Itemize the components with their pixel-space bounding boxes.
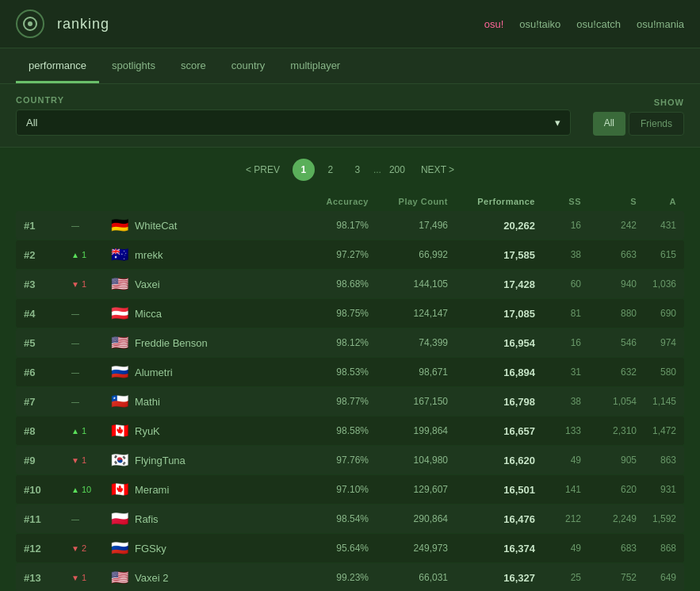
rank-change-down-icon [71, 455, 79, 465]
performance-value: 16,798 [454, 396, 541, 408]
show-friends-button[interactable]: Friends [629, 112, 684, 136]
s-value: 242 [581, 220, 637, 231]
ss-value: 81 [541, 308, 581, 319]
header: ranking osu! osu!taiko osu!catch osu!man… [0, 0, 700, 48]
tab-multiplayer[interactable]: multiplayer [277, 48, 353, 83]
play-count-value: 199,864 [375, 425, 454, 436]
a-value: 1,592 [637, 513, 676, 524]
accuracy-value: 98.77% [230, 396, 375, 407]
player-flag: 🇺🇸 [111, 570, 135, 585]
rank-change-value: 2 [82, 543, 86, 553]
country-filter-label: COUNTRY [16, 95, 571, 105]
play-count-value: 249,973 [375, 543, 454, 554]
table-row: #8 1 🇨🇦 RyuK 98.58% 199,864 16,657 133 2… [16, 416, 684, 445]
tab-country[interactable]: country [219, 48, 278, 83]
a-value: 431 [637, 220, 676, 231]
player-name[interactable]: Vaxei 2 [135, 572, 230, 584]
accuracy-value: 99.23% [230, 572, 375, 583]
rank-change: 1 [71, 426, 111, 436]
th-accuracy: Accuracy [230, 197, 375, 206]
mode-catch[interactable]: osu!catch [576, 18, 621, 30]
rank-change [71, 221, 111, 230]
pagination: < PREV 1 2 3 ... 200 NEXT > [0, 148, 700, 192]
ss-value: 16 [541, 220, 581, 231]
performance-value: 16,501 [454, 484, 541, 496]
page-200[interactable]: 200 [386, 159, 408, 181]
country-filter: COUNTRY All ▾ [16, 95, 571, 136]
rank-change-up-icon [71, 426, 79, 436]
ss-value: 212 [541, 513, 581, 524]
tab-performance[interactable]: performance [16, 48, 99, 83]
player-name[interactable]: FGSky [135, 543, 230, 555]
performance-value: 16,327 [454, 572, 541, 584]
prev-button[interactable]: < PREV [238, 160, 288, 179]
a-value: 690 [637, 308, 676, 319]
player-name[interactable]: Alumetri [135, 366, 230, 378]
th-ss: SS [541, 197, 581, 206]
rank-number: #5 [24, 337, 71, 349]
rank-change [71, 309, 111, 318]
rank-number: #4 [24, 308, 71, 320]
mode-mania[interactable]: osu!mania [637, 18, 684, 30]
th-change [71, 197, 111, 206]
player-name[interactable]: Merami [135, 484, 230, 496]
table-row: #6 🇷🇺 Alumetri 98.53% 98,671 16,894 31 6… [16, 358, 684, 386]
rank-change: 1 [71, 279, 111, 289]
table-body: #1 🇩🇪 WhiteCat 98.17% 17,496 20,262 16 2… [16, 211, 684, 591]
rank-change-value: 1 [82, 455, 86, 465]
player-name[interactable]: Freddie Benson [135, 337, 230, 349]
table-row: #4 🇦🇹 Micca 98.75% 124,147 17,085 81 880… [16, 299, 684, 328]
player-name[interactable]: Mathi [135, 396, 230, 408]
mode-taiko[interactable]: osu!taiko [519, 18, 560, 30]
rankings-table: Accuracy Play Count Performance SS S A #… [0, 192, 700, 591]
player-name[interactable]: Vaxei [135, 278, 230, 290]
performance-value: 17,428 [454, 278, 541, 290]
page-3[interactable]: 3 [346, 159, 369, 181]
player-name[interactable]: Micca [135, 308, 230, 320]
a-value: 580 [637, 366, 676, 378]
player-name[interactable]: FlyingTuna [135, 455, 230, 466]
tab-score[interactable]: score [168, 48, 219, 83]
s-value: 2,249 [581, 513, 637, 524]
a-value: 1,145 [637, 396, 676, 407]
show-filter: SHOW All Friends [593, 98, 684, 136]
player-flag: 🇷🇺 [111, 541, 135, 555]
performance-value: 20,262 [454, 220, 541, 232]
tab-spotlights[interactable]: spotlights [99, 48, 168, 83]
performance-value: 16,894 [454, 366, 541, 378]
rank-number: #10 [24, 484, 71, 496]
rank-change-neutral-icon [71, 338, 79, 347]
player-name[interactable]: WhiteCat [135, 220, 230, 232]
mode-osu[interactable]: osu! [484, 18, 504, 30]
accuracy-value: 98.12% [230, 337, 375, 348]
player-flag: 🇺🇸 [111, 336, 135, 350]
play-count-value: 124,147 [375, 308, 454, 319]
page-2[interactable]: 2 [319, 159, 342, 181]
table-row: #9 1 🇰🇷 FlyingTuna 97.76% 104,980 16,620… [16, 446, 684, 474]
country-dropdown[interactable]: All ▾ [16, 109, 571, 136]
play-count-value: 66,031 [375, 572, 454, 583]
show-all-button[interactable]: All [593, 112, 625, 136]
next-button[interactable]: NEXT > [413, 160, 462, 179]
page-ellipsis: ... [373, 164, 381, 175]
a-value: 931 [637, 484, 676, 495]
play-count-value: 129,607 [375, 484, 454, 495]
accuracy-value: 98.17% [230, 220, 375, 231]
page-1[interactable]: 1 [293, 159, 315, 181]
player-name[interactable]: RyuK [135, 425, 230, 437]
rank-change-up-icon [71, 250, 79, 259]
player-name[interactable]: mrekk [135, 249, 230, 261]
rank-change-value: 10 [82, 485, 91, 494]
performance-value: 16,476 [454, 513, 541, 525]
player-flag: 🇨🇦 [111, 424, 135, 438]
rank-change: 2 [71, 543, 111, 553]
rank-change-neutral-icon [71, 309, 79, 318]
s-value: 632 [581, 366, 637, 378]
rank-change-neutral-icon [71, 367, 79, 377]
rank-change: 1 [71, 250, 111, 259]
a-value: 863 [637, 455, 676, 466]
rank-number: #2 [24, 249, 71, 261]
accuracy-value: 97.76% [230, 455, 375, 466]
player-name[interactable]: Rafis [135, 513, 230, 525]
rank-change-neutral-icon [71, 514, 79, 524]
